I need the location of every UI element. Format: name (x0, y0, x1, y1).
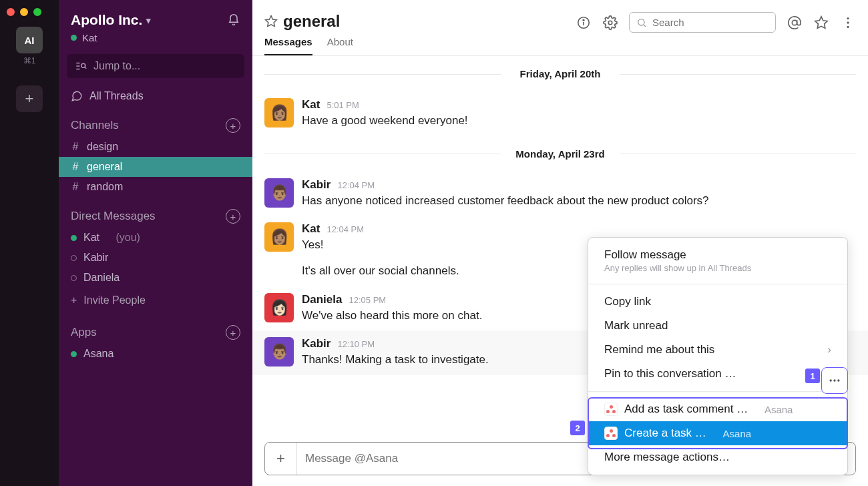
avatar[interactable]: 👩🏽 (264, 222, 294, 252)
workspace-switcher[interactable]: AI (16, 27, 43, 53)
main-panel: general Messages About Friday, (252, 0, 868, 486)
info-icon[interactable] (576, 15, 592, 31)
channel-random[interactable]: #random (59, 177, 252, 197)
dm-kat[interactable]: Kat (you) (59, 228, 252, 248)
menu-remind-me[interactable]: Remind me about this› (588, 338, 847, 362)
svg-point-20 (830, 379, 832, 381)
svg-point-3 (81, 63, 85, 67)
threads-icon (71, 90, 83, 102)
header-actions (576, 12, 856, 33)
channels-section-header[interactable]: Channels + (59, 106, 252, 137)
menu-mark-unread[interactable]: Mark unread (588, 314, 847, 338)
current-user[interactable]: Kat (59, 32, 252, 54)
menu-copy-link[interactable]: Copy link (588, 290, 847, 314)
channel-header: general Messages About (252, 0, 868, 56)
svg-point-21 (833, 379, 835, 381)
message-text: Has anyone noticed increased customer fe… (302, 193, 856, 210)
invite-people[interactable]: +Invite People (59, 288, 252, 313)
presence-online-icon (71, 35, 77, 41)
hash-icon: # (71, 181, 80, 193)
add-workspace-button[interactable]: + (16, 85, 43, 112)
channel-name: general (283, 12, 340, 31)
search-input[interactable] (652, 17, 769, 28)
svg-marker-5 (266, 16, 277, 27)
message-author[interactable]: Kabir (302, 337, 331, 350)
chevron-right-icon: › (827, 343, 831, 356)
avatar[interactable]: 👩🏻 (264, 293, 294, 322)
avatar[interactable]: 👨🏽 (264, 337, 294, 367)
message-time: 12:05 PM (349, 295, 386, 305)
all-threads[interactable]: All Threads (59, 86, 252, 106)
message-more-button[interactable] (821, 367, 848, 394)
presence-offline-icon (71, 255, 77, 261)
message-time: 5:01 PM (327, 100, 359, 110)
message-text: Have a good weekend everyone! (302, 113, 856, 130)
message-time: 12:04 PM (327, 224, 364, 234)
maximize-window-icon[interactable] (33, 8, 41, 16)
menu-add-task-comment[interactable]: Add as task comment … Asana (588, 397, 847, 421)
dm-section-header[interactable]: Direct Messages + (59, 197, 252, 228)
hash-icon: # (71, 161, 80, 173)
avatar[interactable]: 👩🏽 (264, 98, 294, 128)
chevron-down-icon: ▾ (146, 15, 151, 25)
add-channel-button[interactable]: + (226, 118, 240, 133)
workspace-shortcut: ⌘1 (23, 56, 36, 65)
message-author[interactable]: Kat (302, 222, 320, 236)
svg-point-8 (583, 19, 584, 21)
tab-about[interactable]: About (327, 36, 353, 55)
message-author[interactable]: Kabir (302, 178, 331, 192)
notifications-icon[interactable] (227, 13, 240, 27)
add-dm-button[interactable]: + (226, 209, 240, 224)
close-window-icon[interactable] (7, 8, 15, 16)
menu-create-task[interactable]: Create a task … Asana (588, 421, 847, 445)
star-icon[interactable] (264, 15, 278, 28)
presence-online-icon (71, 351, 77, 357)
window-controls (0, 4, 48, 27)
message-time: 12:04 PM (337, 180, 375, 190)
jump-to[interactable]: Jump to... (67, 54, 244, 78)
svg-point-12 (792, 20, 797, 25)
svg-point-22 (837, 379, 839, 381)
sidebar: Apollo Inc.▾ Kat Jump to... All Threads … (59, 0, 252, 486)
star-outline-icon[interactable] (813, 15, 829, 31)
app-asana[interactable]: Asana (59, 344, 252, 364)
minimize-window-icon[interactable] (20, 8, 28, 16)
callout-number: 2 (570, 421, 585, 435)
message-author[interactable]: Daniela (302, 293, 342, 306)
add-app-button[interactable]: + (226, 325, 240, 340)
search-box[interactable] (629, 12, 776, 33)
dm-daniela[interactable]: Daniela (59, 268, 252, 288)
menu-follow-message[interactable]: Follow message Any replies will show up … (588, 243, 847, 278)
message-author[interactable]: Kat (302, 98, 320, 111)
message-actions-menu: Follow message Any replies will show up … (588, 237, 848, 475)
svg-line-4 (85, 67, 86, 69)
dm-kabir[interactable]: Kabir (59, 248, 252, 268)
svg-point-15 (847, 21, 849, 23)
asana-icon (604, 427, 618, 440)
message-row[interactable]: 👩🏽 Kat5:01 PM Have a good weekend everyo… (264, 91, 856, 136)
workspace-rail: AI ⌘1 + (0, 0, 59, 486)
svg-point-10 (638, 19, 644, 25)
avatar[interactable]: 👨🏽 (264, 178, 294, 208)
svg-line-11 (644, 25, 646, 27)
asana-icon (604, 403, 618, 416)
workspace-name[interactable]: Apollo Inc.▾ (71, 12, 151, 28)
attach-button[interactable]: + (265, 443, 297, 475)
gear-icon[interactable] (602, 15, 618, 31)
channel-design[interactable]: #design (59, 137, 252, 157)
date-divider: Monday, April 23rd (264, 148, 856, 160)
channel-general[interactable]: #general (59, 157, 252, 177)
message-row[interactable]: 👨🏽 Kabir12:04 PM Has anyone noticed incr… (264, 172, 856, 216)
more-vertical-icon[interactable] (840, 15, 856, 31)
tab-messages[interactable]: Messages (264, 36, 312, 55)
mentions-icon[interactable] (787, 15, 803, 31)
callout-number: 1 (805, 369, 820, 383)
search-list-icon (75, 60, 87, 72)
apps-section-header[interactable]: Apps + (59, 313, 252, 344)
hash-icon: # (71, 141, 80, 153)
search-icon (636, 17, 647, 28)
menu-more-actions[interactable]: More message actions… (588, 445, 847, 469)
date-divider: Friday, April 20th (264, 68, 856, 79)
message-time: 12:10 PM (337, 339, 375, 349)
app-root: AI ⌘1 + Apollo Inc.▾ Kat Jump to... (0, 0, 868, 486)
